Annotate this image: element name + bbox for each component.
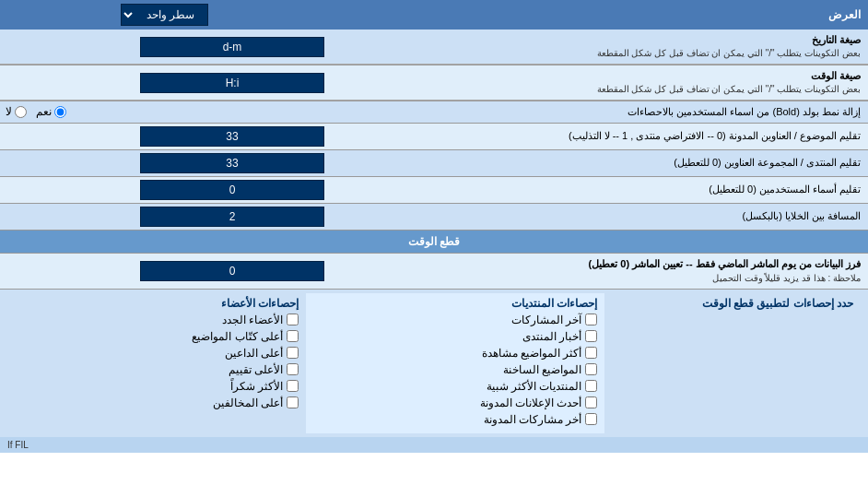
stat-member-checkbox-5[interactable] — [287, 380, 299, 392]
cell-distance-input[interactable] — [140, 207, 324, 227]
date-format-sublabel: بعض التكوينات يتطلب "/" التي يمكن ان تضا… — [337, 47, 861, 60]
stat-label-3: أكثر المواضيع مشاهدة — [482, 347, 582, 360]
stat-label-2: أخبار المنتدى — [522, 330, 581, 343]
forum-stats-col: إحصاءات المنتديات آخر المشاركات أخبار ال… — [306, 293, 604, 433]
stat-item-7: أخر مشاركات المدونة — [313, 413, 597, 426]
stat-member-checkbox-3[interactable] — [287, 347, 299, 359]
stat-member-4: الأعلى تقييم — [15, 363, 299, 376]
stat-item-3: أكثر المواضيع مشاهدة — [313, 347, 597, 360]
member-stats-title: إحصاءات الأعضاء — [15, 297, 299, 310]
stat-member-5: الأكثر شكراً — [15, 380, 299, 393]
stat-checkbox-1[interactable] — [585, 314, 597, 325]
forum-order-label: تقليم المنتدى / المجموعة العناوين (0 للت… — [337, 156, 861, 170]
stat-label-1: آخر المشاركات — [511, 314, 581, 326]
cut-time-label: فرز البيانات من يوم الماشر الماضي فقط --… — [337, 257, 861, 271]
stat-label-5: المنتديات الأكثر شبية — [487, 380, 582, 393]
users-order-input[interactable] — [140, 180, 324, 200]
stat-member-checkbox-6[interactable] — [287, 396, 299, 408]
stat-member-1: الأعضاء الجدد — [15, 314, 299, 326]
stat-member-label-4: الأعلى تقييم — [229, 363, 283, 376]
stat-member-checkbox-2[interactable] — [287, 330, 299, 342]
date-format-label: صيغة التاريخ — [337, 33, 861, 47]
forum-stats-title: إحصاءات المنتديات — [313, 297, 597, 310]
stat-label-6: أحدث الإعلانات المدونة — [480, 396, 582, 409]
radio-no-input[interactable] — [15, 106, 27, 118]
stat-member-label-5: الأكثر شكراً — [230, 380, 283, 393]
stats-title-cell: حدد إحصاءات لتطبيق قطع الوقت — [604, 293, 861, 433]
forum-order-input[interactable] — [140, 153, 324, 173]
radio-yes[interactable]: نعم — [36, 105, 66, 118]
time-format-input[interactable] — [140, 73, 324, 93]
stat-member-label-1: الأعضاء الجدد — [222, 314, 283, 326]
stat-member-checkbox-1[interactable] — [287, 314, 299, 325]
stat-item-5: المنتديات الأكثر شبية — [313, 380, 597, 393]
cell-distance-label: المسافة بين الخلايا (بالبكسل) — [337, 209, 861, 223]
stat-checkbox-7[interactable] — [585, 413, 597, 425]
stat-item-2: أخبار المنتدى — [313, 330, 597, 343]
radio-no-label: لا — [6, 105, 12, 118]
radio-yes-input[interactable] — [54, 106, 66, 118]
stat-member-3: أعلى الداعين — [15, 347, 299, 360]
stat-member-label-3: أعلى الداعين — [225, 347, 283, 360]
stat-member-6: أعلى المخالفين — [15, 396, 299, 409]
stat-member-2: أعلى كتّاب المواضيع — [15, 330, 299, 343]
cut-time-input[interactable] — [140, 261, 324, 281]
stat-member-label-6: أعلى المخالفين — [213, 396, 283, 409]
stat-member-checkbox-4[interactable] — [287, 363, 299, 375]
member-stats-col: إحصاءات الأعضاء الأعضاء الجدد أعلى كتّاب… — [7, 293, 306, 433]
subject-order-input[interactable] — [140, 126, 324, 147]
stat-checkbox-6[interactable] — [585, 396, 597, 408]
stat-item-1: آخر المشاركات — [313, 314, 597, 326]
stat-label-7: أخر مشاركات المدونة — [484, 413, 582, 426]
cut-time-note: ملاحظة : هذا قد يزيد قليلاً وقت التحميل — [337, 272, 861, 285]
bold-radio-group: نعم لا — [6, 105, 324, 118]
time-format-label: صيغة الوقت — [337, 69, 861, 83]
stat-item-6: أحدث الإعلانات المدونة — [313, 396, 597, 409]
stat-checkbox-4[interactable] — [585, 363, 597, 375]
stat-member-label-2: أعلى كتّاب المواضيع — [192, 330, 283, 343]
stat-item-4: المواضيع الساخنة — [313, 363, 597, 376]
cut-section-title: قطع الوقت — [0, 231, 868, 253]
section-label: العرض — [330, 0, 868, 30]
display-dropdown[interactable]: سطر واحد — [121, 4, 208, 26]
if-fil-text: If FIL — [7, 440, 29, 450]
bottom-note: If FIL — [0, 437, 868, 453]
stat-checkbox-3[interactable] — [585, 347, 597, 359]
time-format-sublabel: بعض التكوينات يتطلب "/" التي يمكن ان تضا… — [337, 83, 861, 96]
stats-section-title: حدد إحصاءات لتطبيق قطع الوقت — [612, 297, 853, 310]
stat-checkbox-5[interactable] — [585, 380, 597, 392]
subject-order-label: تقليم الموضوع / العناوين المدونة (0 -- ا… — [337, 129, 861, 143]
stat-label-4: المواضيع الساخنة — [503, 363, 581, 376]
radio-no[interactable]: لا — [6, 105, 27, 118]
stat-checkbox-2[interactable] — [585, 330, 597, 342]
date-format-input[interactable] — [140, 37, 324, 57]
users-order-label: تقليم أسماء المستخدمين (0 للتعطيل) — [337, 183, 861, 196]
radio-yes-label: نعم — [36, 105, 52, 118]
bold-remove-label: إزالة نمط بولد (Bold) من اسماء المستخدمي… — [337, 105, 861, 119]
